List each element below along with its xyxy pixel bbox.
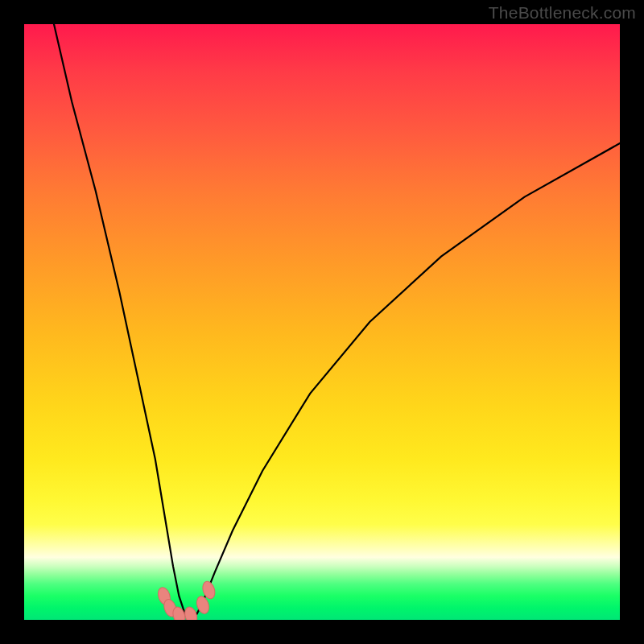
curve-markers <box>156 580 217 620</box>
plot-area <box>24 24 620 620</box>
outer-frame: TheBottleneck.com <box>0 0 644 644</box>
curve-svg <box>24 24 620 620</box>
bottleneck-curve <box>54 24 620 617</box>
watermark-text: TheBottleneck.com <box>489 3 636 23</box>
